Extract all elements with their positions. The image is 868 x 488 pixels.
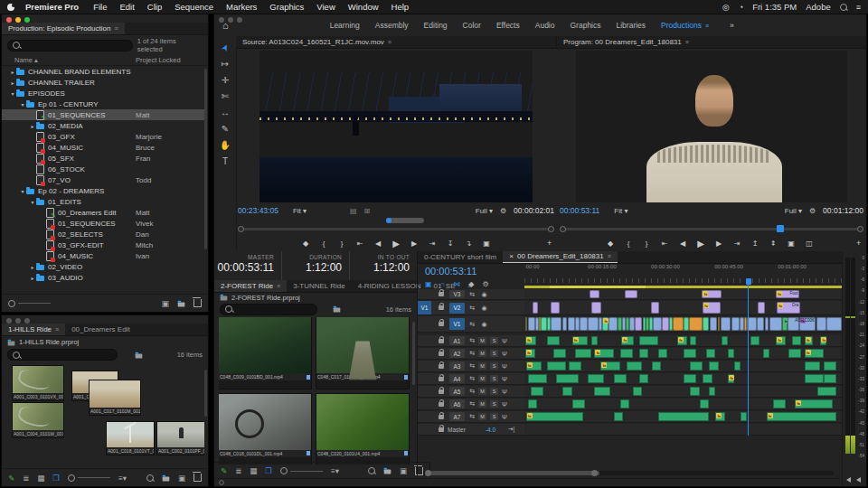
- timeline-clip[interactable]: [575, 349, 591, 358]
- track-lock-icon[interactable]: [439, 364, 444, 369]
- source-insert[interactable]: ↧: [447, 239, 454, 248]
- program-mark-in[interactable]: {: [625, 239, 632, 248]
- menubar-clock[interactable]: Fri 1:35 PM: [752, 2, 797, 12]
- track-lock-icon[interactable]: [439, 339, 444, 343]
- tree-item-04-music[interactable]: 04_MUSICBruce: [2, 142, 204, 153]
- menu-view[interactable]: View: [316, 2, 335, 12]
- search-icon[interactable]: [840, 4, 847, 11]
- timeline-clip[interactable]: fx: [782, 317, 787, 331]
- button-editor-icon[interactable]: ⊞: [364, 207, 371, 215]
- timeline-clip[interactable]: [684, 349, 696, 358]
- timeline-clip[interactable]: [651, 302, 658, 314]
- caret-right-icon[interactable]: ▸: [9, 80, 16, 86]
- voiceover-record-icon[interactable]: Ψ: [502, 338, 507, 344]
- track-lock-icon[interactable]: [439, 352, 444, 356]
- timeline-clip[interactable]: [629, 317, 635, 331]
- tree-scrollbar[interactable]: [204, 69, 207, 249]
- timeline-clip[interactable]: [572, 399, 585, 408]
- timeline-clip[interactable]: [553, 349, 566, 358]
- media-clip-thumbnail[interactable]: C048_C020_0101U4_001.mp4: [316, 394, 409, 465]
- timeline-clip[interactable]: [556, 374, 579, 383]
- solo-button[interactable]: S: [490, 350, 498, 357]
- panel-menu-icon[interactable]: ≡: [608, 253, 611, 259]
- track-lock-icon[interactable]: [439, 427, 444, 432]
- program-res-select[interactable]: Full ▾: [785, 207, 802, 215]
- timeline-clip[interactable]: fx: [702, 290, 721, 298]
- timeline-clip[interactable]: [639, 349, 649, 358]
- program-go-to-out[interactable]: ⇥: [733, 239, 741, 248]
- list-view-icon[interactable]: ≣: [23, 474, 29, 483]
- timeline-clip[interactable]: fx: [805, 336, 813, 345]
- toggle-output-icon[interactable]: ◉: [478, 321, 490, 328]
- track-target-button[interactable]: A7: [449, 412, 465, 421]
- timeline-clip[interactable]: [528, 399, 538, 408]
- apple-icon[interactable]: [7, 4, 14, 11]
- timeline-clip[interactable]: fx: [776, 336, 786, 345]
- column-name[interactable]: Name ▴: [14, 56, 38, 64]
- menu-clip[interactable]: Clip: [147, 2, 162, 12]
- track-target-button[interactable]: V3: [449, 290, 465, 298]
- tree-item-episodes[interactable]: ▾EPISODES: [2, 88, 204, 99]
- panel-menu-icon[interactable]: ≡: [114, 25, 118, 32]
- menubar-user[interactable]: Adobe: [806, 2, 830, 12]
- source-scrubber[interactable]: [241, 228, 551, 230]
- timeline-clip[interactable]: [765, 317, 769, 331]
- workspace-tab-effects[interactable]: Effects: [496, 21, 520, 30]
- clock-icon[interactable]: ◔: [739, 3, 743, 12]
- timeline-clip[interactable]: [614, 412, 624, 421]
- timeline-clip[interactable]: [709, 387, 715, 396]
- timeline-clip[interactable]: fx: [795, 399, 833, 408]
- track-target-button[interactable]: A2: [449, 349, 465, 358]
- freeform-view-icon[interactable]: ❒: [52, 474, 60, 483]
- tree-item-00-dreamers-edit[interactable]: 00_Dreamers EditMatt: [2, 207, 204, 218]
- source-assign-button[interactable]: V1: [418, 301, 431, 314]
- media-clip-thumbnail[interactable]: C048_C009_0101BD_001.mp4: [219, 317, 311, 389]
- tree-item-ep-02-dreamers[interactable]: ▾Ep 02 - DREAMERS: [2, 185, 204, 196]
- timeline-clip[interactable]: fx: [677, 336, 687, 345]
- timeline-clip[interactable]: [618, 317, 622, 331]
- program-go-to-in[interactable]: ⇤: [661, 239, 668, 248]
- track-lock-icon[interactable]: [439, 292, 444, 296]
- edit-pencil-icon[interactable]: ✎: [8, 474, 14, 483]
- menu-help[interactable]: Help: [392, 2, 410, 12]
- mute-button[interactable]: M: [478, 362, 486, 370]
- zoom-slider[interactable]: [68, 474, 110, 482]
- timeline-clip[interactable]: [763, 349, 769, 358]
- caret-down-icon[interactable]: ▾: [19, 188, 26, 194]
- timeline-clip[interactable]: fx: [526, 361, 542, 371]
- workspace-tab-assembly[interactable]: Assembly: [375, 21, 409, 30]
- add-button-icon[interactable]: +: [856, 239, 861, 248]
- voiceover-record-icon[interactable]: Ψ: [502, 363, 507, 370]
- timeline-clip[interactable]: [528, 317, 535, 331]
- timeline-clip[interactable]: [609, 317, 618, 331]
- timeline-clip[interactable]: [635, 317, 642, 331]
- voiceover-record-icon[interactable]: Ψ: [502, 376, 507, 382]
- thumbnail-view-icon[interactable]: ▦: [250, 466, 257, 475]
- solo-button[interactable]: S: [490, 375, 498, 382]
- timeline-clip[interactable]: [627, 361, 643, 371]
- track-target-button[interactable]: A4: [449, 374, 465, 383]
- track-content-v1[interactable]: fxfxfxA001C006: [524, 316, 843, 333]
- media-clip-thumbnail[interactable]: A001_C017_0101M_001.mp4: [90, 380, 140, 415]
- column-project-locked[interactable]: Project Locked: [136, 56, 181, 64]
- razor-tool[interactable]: ✄: [222, 92, 229, 101]
- workspace-tab-productions[interactable]: Productions≡: [661, 21, 709, 30]
- timeline-clip[interactable]: [690, 336, 696, 345]
- timeline-clip[interactable]: [568, 317, 575, 331]
- voiceover-record-icon[interactable]: Ψ: [502, 389, 507, 395]
- timeline-playhead[interactable]: [748, 278, 749, 436]
- timeline-clip[interactable]: [525, 317, 527, 331]
- proxy-toggle-icon[interactable]: ▤: [350, 207, 357, 215]
- panel-menu-icon[interactable]: ≡: [277, 283, 280, 289]
- track-target-button[interactable]: A5: [449, 387, 465, 396]
- timeline-clip[interactable]: [653, 317, 662, 331]
- tree-item-01-sequences[interactable]: 01_SEQUENCESVivek: [2, 218, 204, 229]
- timeline-clip[interactable]: fx: [728, 374, 734, 383]
- new-bin-icon[interactable]: [163, 476, 170, 481]
- source-go-to-out[interactable]: ⇥: [429, 239, 436, 248]
- mute-button[interactable]: M: [478, 413, 486, 420]
- tab-production[interactable]: Production: Episodic Production≡: [2, 23, 125, 34]
- timeline-clip[interactable]: [673, 317, 684, 331]
- label-color-chip[interactable]: [404, 375, 408, 380]
- zoom-knob[interactable]: [68, 474, 75, 482]
